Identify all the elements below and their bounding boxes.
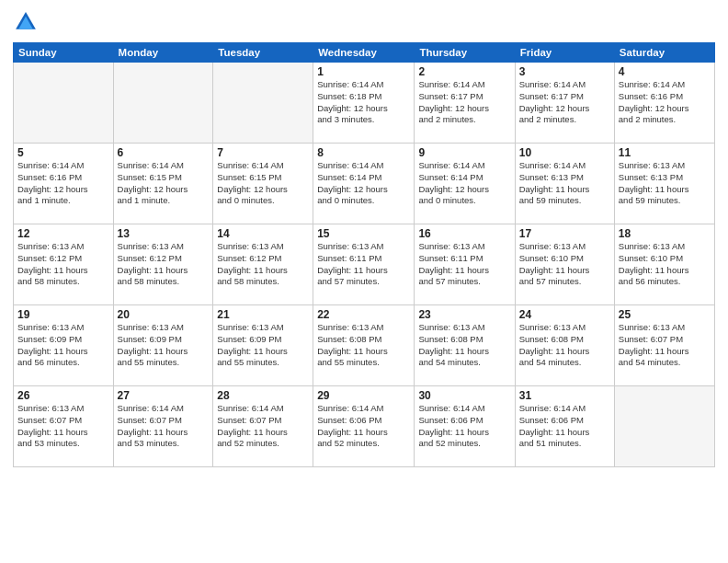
calendar-cell: 31Sunrise: 6:14 AM Sunset: 6:06 PM Dayli… bbox=[515, 386, 614, 467]
calendar-week-4: 26Sunrise: 6:13 AM Sunset: 6:07 PM Dayli… bbox=[14, 386, 715, 467]
logo-icon bbox=[13, 9, 39, 35]
day-number: 4 bbox=[619, 65, 711, 78]
day-number: 10 bbox=[519, 146, 610, 159]
calendar-cell: 5Sunrise: 6:14 AM Sunset: 6:16 PM Daylig… bbox=[14, 144, 114, 224]
calendar-cell: 24Sunrise: 6:13 AM Sunset: 6:08 PM Dayli… bbox=[515, 305, 614, 386]
day-number: 8 bbox=[317, 146, 410, 159]
day-number: 13 bbox=[118, 227, 210, 240]
day-info: Sunrise: 6:13 AM Sunset: 6:07 PM Dayligh… bbox=[619, 322, 711, 369]
calendar-cell: 21Sunrise: 6:13 AM Sunset: 6:09 PM Dayli… bbox=[213, 305, 313, 386]
day-info: Sunrise: 6:14 AM Sunset: 6:16 PM Dayligh… bbox=[17, 160, 109, 207]
calendar-cell: 20Sunrise: 6:13 AM Sunset: 6:09 PM Dayli… bbox=[113, 305, 213, 386]
day-info: Sunrise: 6:14 AM Sunset: 6:17 PM Dayligh… bbox=[519, 79, 610, 126]
calendar-cell: 28Sunrise: 6:14 AM Sunset: 6:07 PM Dayli… bbox=[213, 386, 313, 467]
calendar-header-monday: Monday bbox=[113, 43, 213, 63]
day-info: Sunrise: 6:14 AM Sunset: 6:13 PM Dayligh… bbox=[519, 160, 610, 207]
calendar-header-wednesday: Wednesday bbox=[313, 43, 415, 63]
calendar-cell: 3Sunrise: 6:14 AM Sunset: 6:17 PM Daylig… bbox=[515, 63, 614, 144]
day-info: Sunrise: 6:14 AM Sunset: 6:06 PM Dayligh… bbox=[317, 403, 410, 450]
day-info: Sunrise: 6:13 AM Sunset: 6:10 PM Dayligh… bbox=[519, 241, 610, 288]
day-info: Sunrise: 6:14 AM Sunset: 6:17 PM Dayligh… bbox=[418, 79, 510, 126]
calendar-cell: 9Sunrise: 6:14 AM Sunset: 6:14 PM Daylig… bbox=[415, 144, 515, 224]
day-info: Sunrise: 6:14 AM Sunset: 6:16 PM Dayligh… bbox=[619, 79, 711, 126]
day-number: 7 bbox=[217, 146, 309, 159]
day-info: Sunrise: 6:14 AM Sunset: 6:18 PM Dayligh… bbox=[317, 79, 410, 126]
day-number: 14 bbox=[217, 227, 309, 240]
day-number: 9 bbox=[418, 146, 510, 159]
logo bbox=[13, 9, 42, 35]
day-info: Sunrise: 6:13 AM Sunset: 6:07 PM Dayligh… bbox=[17, 403, 109, 450]
calendar-cell: 22Sunrise: 6:13 AM Sunset: 6:08 PM Dayli… bbox=[313, 305, 415, 386]
calendar-cell: 30Sunrise: 6:14 AM Sunset: 6:06 PM Dayli… bbox=[415, 386, 515, 467]
calendar-cell bbox=[113, 63, 213, 144]
day-number: 21 bbox=[217, 308, 309, 321]
day-info: Sunrise: 6:14 AM Sunset: 6:07 PM Dayligh… bbox=[217, 403, 309, 450]
calendar-cell: 26Sunrise: 6:13 AM Sunset: 6:07 PM Dayli… bbox=[14, 386, 114, 467]
calendar-cell: 25Sunrise: 6:13 AM Sunset: 6:07 PM Dayli… bbox=[614, 305, 714, 386]
day-number: 2 bbox=[418, 65, 510, 78]
day-info: Sunrise: 6:13 AM Sunset: 6:08 PM Dayligh… bbox=[519, 322, 610, 369]
day-number: 29 bbox=[317, 389, 410, 402]
day-info: Sunrise: 6:13 AM Sunset: 6:09 PM Dayligh… bbox=[217, 322, 309, 369]
calendar-cell: 17Sunrise: 6:13 AM Sunset: 6:10 PM Dayli… bbox=[515, 224, 614, 305]
calendar-header-friday: Friday bbox=[515, 43, 614, 63]
day-info: Sunrise: 6:13 AM Sunset: 6:11 PM Dayligh… bbox=[418, 241, 510, 288]
day-info: Sunrise: 6:13 AM Sunset: 6:12 PM Dayligh… bbox=[118, 241, 210, 288]
day-info: Sunrise: 6:14 AM Sunset: 6:15 PM Dayligh… bbox=[118, 160, 210, 207]
calendar-cell: 4Sunrise: 6:14 AM Sunset: 6:16 PM Daylig… bbox=[614, 63, 714, 144]
day-info: Sunrise: 6:13 AM Sunset: 6:12 PM Dayligh… bbox=[17, 241, 109, 288]
calendar-cell: 14Sunrise: 6:13 AM Sunset: 6:12 PM Dayli… bbox=[213, 224, 313, 305]
day-number: 22 bbox=[317, 308, 410, 321]
calendar-cell: 11Sunrise: 6:13 AM Sunset: 6:13 PM Dayli… bbox=[614, 144, 714, 224]
day-info: Sunrise: 6:13 AM Sunset: 6:08 PM Dayligh… bbox=[418, 322, 510, 369]
calendar-cell bbox=[14, 63, 114, 144]
day-number: 20 bbox=[118, 308, 210, 321]
day-number: 3 bbox=[519, 65, 610, 78]
day-info: Sunrise: 6:13 AM Sunset: 6:09 PM Dayligh… bbox=[17, 322, 109, 369]
day-number: 12 bbox=[17, 227, 109, 240]
calendar-cell: 1Sunrise: 6:14 AM Sunset: 6:18 PM Daylig… bbox=[313, 63, 415, 144]
day-info: Sunrise: 6:13 AM Sunset: 6:08 PM Dayligh… bbox=[317, 322, 410, 369]
day-number: 30 bbox=[418, 389, 510, 402]
calendar-cell: 16Sunrise: 6:13 AM Sunset: 6:11 PM Dayli… bbox=[415, 224, 515, 305]
calendar-header-sunday: Sunday bbox=[14, 43, 114, 63]
day-number: 26 bbox=[17, 389, 109, 402]
calendar-week-3: 19Sunrise: 6:13 AM Sunset: 6:09 PM Dayli… bbox=[14, 305, 715, 386]
day-info: Sunrise: 6:14 AM Sunset: 6:06 PM Dayligh… bbox=[418, 403, 510, 450]
calendar-header-saturday: Saturday bbox=[614, 43, 714, 63]
calendar-cell: 15Sunrise: 6:13 AM Sunset: 6:11 PM Dayli… bbox=[313, 224, 415, 305]
day-number: 6 bbox=[118, 146, 210, 159]
calendar: SundayMondayTuesdayWednesdayThursdayFrid… bbox=[13, 42, 715, 467]
calendar-cell bbox=[614, 386, 714, 467]
day-number: 18 bbox=[619, 227, 711, 240]
calendar-cell: 23Sunrise: 6:13 AM Sunset: 6:08 PM Dayli… bbox=[415, 305, 515, 386]
day-info: Sunrise: 6:14 AM Sunset: 6:14 PM Dayligh… bbox=[317, 160, 410, 207]
calendar-week-1: 5Sunrise: 6:14 AM Sunset: 6:16 PM Daylig… bbox=[14, 144, 715, 224]
day-number: 5 bbox=[17, 146, 109, 159]
calendar-cell: 2Sunrise: 6:14 AM Sunset: 6:17 PM Daylig… bbox=[415, 63, 515, 144]
calendar-cell: 12Sunrise: 6:13 AM Sunset: 6:12 PM Dayli… bbox=[14, 224, 114, 305]
day-number: 27 bbox=[118, 389, 210, 402]
calendar-cell: 18Sunrise: 6:13 AM Sunset: 6:10 PM Dayli… bbox=[614, 224, 714, 305]
day-info: Sunrise: 6:13 AM Sunset: 6:11 PM Dayligh… bbox=[317, 241, 410, 288]
day-number: 1 bbox=[317, 65, 410, 78]
day-number: 28 bbox=[217, 389, 309, 402]
calendar-cell: 27Sunrise: 6:14 AM Sunset: 6:07 PM Dayli… bbox=[113, 386, 213, 467]
day-info: Sunrise: 6:14 AM Sunset: 6:15 PM Dayligh… bbox=[217, 160, 309, 207]
day-info: Sunrise: 6:13 AM Sunset: 6:10 PM Dayligh… bbox=[619, 241, 711, 288]
day-number: 15 bbox=[317, 227, 410, 240]
calendar-cell: 13Sunrise: 6:13 AM Sunset: 6:12 PM Dayli… bbox=[113, 224, 213, 305]
page: SundayMondayTuesdayWednesdayThursdayFrid… bbox=[0, 0, 728, 563]
day-info: Sunrise: 6:13 AM Sunset: 6:12 PM Dayligh… bbox=[217, 241, 309, 288]
calendar-week-0: 1Sunrise: 6:14 AM Sunset: 6:18 PM Daylig… bbox=[14, 63, 715, 144]
calendar-header-thursday: Thursday bbox=[415, 43, 515, 63]
calendar-cell: 6Sunrise: 6:14 AM Sunset: 6:15 PM Daylig… bbox=[113, 144, 213, 224]
calendar-cell: 10Sunrise: 6:14 AM Sunset: 6:13 PM Dayli… bbox=[515, 144, 614, 224]
calendar-header-row: SundayMondayTuesdayWednesdayThursdayFrid… bbox=[14, 43, 715, 63]
day-info: Sunrise: 6:14 AM Sunset: 6:07 PM Dayligh… bbox=[118, 403, 210, 450]
day-number: 11 bbox=[619, 146, 711, 159]
day-number: 31 bbox=[519, 389, 610, 402]
header bbox=[13, 9, 715, 35]
calendar-week-2: 12Sunrise: 6:13 AM Sunset: 6:12 PM Dayli… bbox=[14, 224, 715, 305]
day-info: Sunrise: 6:14 AM Sunset: 6:06 PM Dayligh… bbox=[519, 403, 610, 450]
